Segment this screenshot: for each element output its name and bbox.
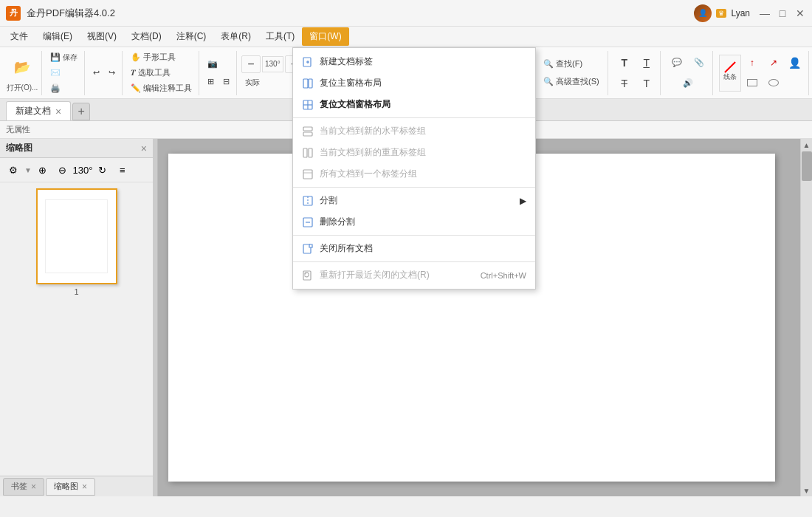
save-button[interactable]: 💾保存 [47, 51, 81, 65]
current-tab[interactable]: 新建文档 × [6, 101, 71, 120]
svg-rect-9 [303, 132, 312, 136]
page-number: 1 [74, 287, 78, 296]
more-icon1: ⊞ [207, 77, 214, 86]
line-button[interactable]: 线条 [719, 55, 741, 92]
more-btn2[interactable]: ⊟ [219, 74, 233, 90]
bookmarks-tab[interactable]: 书签 × [3, 478, 44, 496]
minimize-button[interactable]: — [759, 7, 771, 19]
thumbnail-page-1[interactable]: 1 [36, 188, 117, 296]
zoom-out-panel-button[interactable]: ⊖ [54, 161, 72, 179]
add-tab-button[interactable]: + [72, 103, 90, 120]
callout-button[interactable]: 💬 [667, 53, 687, 72]
attachment-button[interactable]: 📎 [689, 53, 709, 72]
email-button[interactable]: ✉️ [47, 66, 81, 80]
tab-label: 新建文档 [16, 105, 51, 117]
speaker-button[interactable]: 🔊 [678, 74, 698, 93]
cm-move-h-label: 当前文档到新的水平标签组 [320, 125, 526, 137]
text-edit2-button[interactable]: T [636, 53, 657, 72]
username: Lyan [731, 8, 750, 18]
rotate-ccw-icon: ↺ [98, 165, 106, 176]
context-menu: 新建文档标签 复位主窗格布局 复位文档窗格布局 [292, 47, 536, 290]
text-strikethrough-icon: T [621, 78, 627, 89]
svg-rect-11 [309, 148, 312, 157]
bookmarks-label: 书签 [11, 481, 27, 492]
rotate-ccw-button[interactable]: ↺ [94, 161, 111, 179]
thumbnails-tab[interactable]: 缩略图 × [46, 478, 95, 496]
cm-reset-doc-label: 复位文档窗格布局 [320, 98, 526, 111]
svg-rect-10 [303, 148, 307, 157]
find-button[interactable]: 🔍 查找(F) [540, 56, 603, 72]
text-highlight-button[interactable]: T [636, 74, 657, 93]
cm-move-v-icon [302, 147, 314, 159]
cm-move-vertical: 当前文档到新的重直标签组 [293, 142, 535, 163]
select-tool-button[interactable]: 𝑻 选取工具 [127, 66, 196, 80]
scroll-down-button[interactable]: ▼ [801, 485, 812, 496]
zoom-in-panel-button[interactable]: ⊕ [34, 161, 52, 179]
menu-edit[interactable]: 编辑(E) [35, 27, 80, 46]
email-icon: ✉️ [50, 68, 61, 78]
svg-rect-20 [309, 244, 312, 247]
cm-split-icon [302, 195, 314, 207]
snapshot-button[interactable]: 📷 [204, 56, 233, 72]
hand-tool-button[interactable]: ✋ 手形工具 [127, 50, 196, 64]
panel-close-button[interactable]: × [141, 143, 147, 154]
edit-note-label: 编辑注释工具 [143, 83, 192, 94]
chevron-down-icon: ≡ [120, 165, 125, 176]
cm-split[interactable]: 分割 ▶ [293, 190, 535, 211]
resize-handle[interactable] [154, 139, 158, 496]
cm-reset-doc[interactable]: 复位文档窗格布局 [293, 94, 535, 115]
cm-reset-main-icon [302, 78, 314, 89]
redo-button[interactable]: ↪ [105, 65, 119, 81]
scrollbar-thumb[interactable] [802, 151, 812, 181]
tab-close-icon[interactable]: × [55, 106, 61, 117]
title-bar: 丹 金丹PDF编辑器4.0.2 👤 ♛ Lyan — □ ✕ [0, 0, 812, 27]
window-controls: — □ ✕ [759, 7, 806, 19]
menu-form[interactable]: 表单(R) [213, 27, 258, 46]
rect-icon [747, 79, 757, 86]
redo-icon: ↪ [109, 68, 115, 78]
cm-close-all[interactable]: 关闭所有文档 [293, 238, 535, 259]
print-button[interactable]: 🖨️ [47, 81, 81, 95]
cm-new-tab[interactable]: 新建文档标签 [293, 51, 535, 72]
more-btn1[interactable]: ⊞ [204, 74, 218, 90]
maximize-button[interactable]: □ [777, 7, 788, 19]
close-button[interactable]: ✕ [794, 7, 806, 19]
undo-button[interactable]: ↩ [89, 65, 103, 81]
menu-comment[interactable]: 注释(C) [169, 27, 214, 46]
arrow-diag-button[interactable]: ↗ [763, 53, 784, 72]
cm-separator-1 [293, 117, 535, 118]
arrow-diag-icon: ↗ [770, 58, 777, 68]
bookmarks-close-icon[interactable]: × [31, 482, 36, 492]
rect-button[interactable] [742, 73, 763, 92]
arrow-up-button[interactable]: ↑ [742, 53, 763, 72]
camera-icon: 📷 [207, 59, 218, 69]
vertical-scrollbar[interactable]: ▲ ▼ [800, 139, 812, 496]
oval-button[interactable] [763, 73, 784, 92]
rotate-cw-button[interactable]: 130° [74, 161, 92, 179]
cm-reset-main[interactable]: 复位主窗格布局 [293, 72, 535, 94]
text-strikethrough-button[interactable]: T [614, 74, 635, 93]
open-folder-button[interactable]: 📂 [6, 52, 38, 82]
cm-split-arrow: ▶ [520, 196, 526, 206]
edit-note-button[interactable]: ✏️ 编辑注释工具 [127, 81, 196, 95]
svg-rect-12 [303, 170, 312, 179]
cm-remove-split[interactable]: 删除分割 [293, 211, 535, 233]
text-bold-button[interactable]: T [614, 53, 635, 72]
advanced-find-button[interactable]: 🔍 高级查找(S) [540, 74, 603, 90]
scroll-up-button[interactable]: ▲ [801, 139, 812, 151]
cm-move-h-icon [302, 126, 314, 137]
person-icon-button[interactable]: 👤 [785, 53, 805, 72]
open-label[interactable]: 打开(O)... [7, 83, 38, 93]
menu-tools[interactable]: 工具(T) [258, 27, 302, 46]
select-icon: 𝑻 [131, 68, 136, 78]
expand-button[interactable]: ≡ [114, 161, 131, 179]
zoom-out-button[interactable]: − [241, 55, 261, 73]
menu-view[interactable]: 视图(V) [80, 27, 124, 46]
panel-settings-button[interactable]: ⚙ [4, 161, 22, 179]
oval-icon [768, 79, 779, 86]
minus-icon: ⊖ [58, 165, 66, 176]
menu-document[interactable]: 文档(D) [124, 27, 169, 46]
menu-window[interactable]: 窗口(W) [302, 27, 348, 46]
thumbnails-close-icon[interactable]: × [82, 482, 87, 492]
menu-file[interactable]: 文件 [3, 27, 35, 46]
